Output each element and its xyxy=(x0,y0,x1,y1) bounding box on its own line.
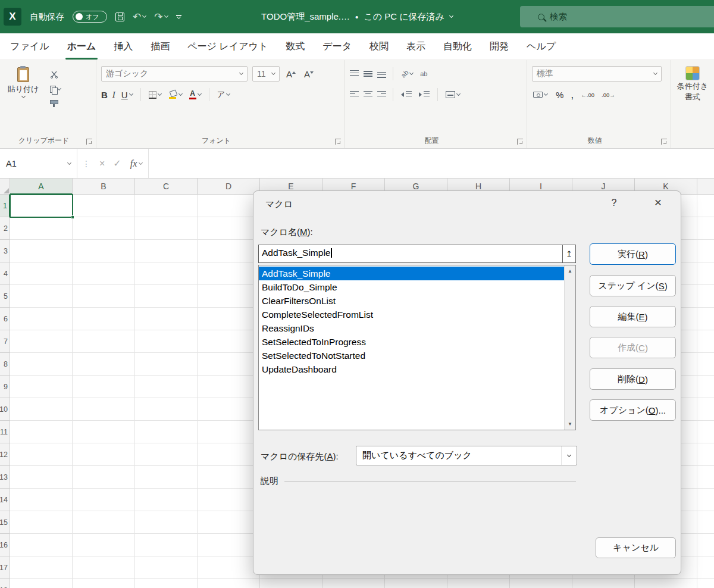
align-right-button[interactable] xyxy=(377,91,386,99)
copy-chevron-icon[interactable] xyxy=(57,86,61,90)
paste-chevron-icon[interactable] xyxy=(21,94,25,98)
tab-help[interactable]: ヘルプ xyxy=(518,33,565,60)
increase-decimal-button[interactable]: ←.00 xyxy=(581,92,594,98)
borders-chevron-icon[interactable] xyxy=(158,92,162,96)
active-cell-selection[interactable] xyxy=(10,194,73,218)
combo-chevron-button[interactable] xyxy=(561,446,577,465)
italic-button[interactable]: I xyxy=(112,90,115,100)
name-box[interactable]: A1 xyxy=(0,149,77,178)
fill-color-chevron-icon[interactable] xyxy=(178,92,183,96)
format-painter-button[interactable] xyxy=(49,99,62,109)
row-header-8[interactable]: 8 xyxy=(0,353,10,376)
tab-developer[interactable]: 開発 xyxy=(481,33,518,60)
row-header-16[interactable]: 16 xyxy=(0,534,10,556)
font-color-button[interactable]: A xyxy=(188,89,202,101)
dialog-help-button[interactable]: ? xyxy=(607,198,621,208)
wrap-text-button[interactable]: ab xyxy=(419,69,428,79)
column-header-c[interactable]: C xyxy=(135,179,198,195)
row-header-18[interactable]: 18 xyxy=(0,579,10,588)
orientation-chevron-icon[interactable] xyxy=(409,71,414,75)
run-button[interactable]: 実行(R) xyxy=(590,243,676,265)
name-box-chevron-icon[interactable] xyxy=(67,160,71,164)
scroll-down-icon[interactable]: ▼ xyxy=(565,418,575,430)
align-left-button[interactable] xyxy=(350,91,359,99)
select-all-corner[interactable] xyxy=(0,179,10,195)
macro-list-item[interactable]: ReassignIDs xyxy=(259,321,564,335)
tab-home[interactable]: ホーム xyxy=(58,33,105,60)
save-icon[interactable] xyxy=(115,12,124,21)
macro-list-item[interactable]: ClearFiltersOnList xyxy=(259,294,564,308)
enter-formula-button[interactable]: ✓ xyxy=(113,158,121,169)
scroll-to-top-button[interactable]: ↥ xyxy=(563,245,576,263)
tab-formulas[interactable]: 数式 xyxy=(277,33,314,60)
align-middle-button[interactable] xyxy=(364,70,372,78)
row-header-9[interactable]: 9 xyxy=(0,376,10,398)
merge-center-button[interactable] xyxy=(444,90,461,99)
undo-button[interactable]: ↶ xyxy=(133,12,146,22)
redo-button[interactable]: ↷ xyxy=(154,12,167,22)
tab-view[interactable]: 表示 xyxy=(397,33,434,60)
row-header-7[interactable]: 7 xyxy=(0,330,10,353)
macro-list-item[interactable]: SetSelectedToInProgress xyxy=(259,335,564,349)
tab-insert[interactable]: 挿入 xyxy=(105,33,142,60)
row-header-2[interactable]: 2 xyxy=(0,217,10,240)
underline-button[interactable]: U xyxy=(120,89,134,101)
formula-input[interactable] xyxy=(148,149,714,178)
tab-file[interactable]: ファイル xyxy=(1,33,58,60)
paste-button[interactable]: 貼り付け xyxy=(5,65,42,109)
number-dialog-launcher-icon[interactable] xyxy=(661,139,667,145)
row-header-10[interactable]: 10 xyxy=(0,398,10,421)
fill-color-button[interactable] xyxy=(167,89,183,100)
column-header-b[interactable]: B xyxy=(73,179,135,195)
borders-button[interactable] xyxy=(148,90,162,100)
row-header-12[interactable]: 12 xyxy=(0,443,10,466)
search-box[interactable]: 検索 xyxy=(520,6,714,27)
macro-list-item[interactable]: BuildToDo_Simple xyxy=(259,280,564,294)
phonetic-button[interactable]: ア xyxy=(216,88,231,101)
insert-function-button[interactable]: fx xyxy=(130,158,137,169)
row-header-14[interactable]: 14 xyxy=(0,489,10,511)
row-header-15[interactable]: 15 xyxy=(0,511,10,534)
conditional-formatting-button[interactable]: 条件付き 書式 xyxy=(676,65,709,102)
font-dialog-launcher-icon[interactable] xyxy=(335,139,341,145)
increase-font-button[interactable]: A xyxy=(284,69,298,79)
title-menu-chevron-icon[interactable] xyxy=(449,14,453,18)
tab-page-layout[interactable]: ページ レイアウト xyxy=(178,33,277,60)
row-header-11[interactable]: 11 xyxy=(0,421,10,443)
underline-chevron-icon[interactable] xyxy=(129,92,133,96)
macro-list-item[interactable]: CompleteSelectedFromList xyxy=(259,308,564,321)
font-name-combo[interactable]: 游ゴシック xyxy=(101,66,248,82)
clipboard-dialog-launcher-icon[interactable] xyxy=(86,139,92,145)
column-header-d[interactable]: D xyxy=(198,179,260,195)
percent-style-button[interactable]: % xyxy=(556,90,563,100)
align-top-button[interactable] xyxy=(350,70,359,78)
bold-button[interactable]: B xyxy=(101,90,108,100)
currency-format-button[interactable] xyxy=(532,90,549,99)
cancel-formula-button[interactable]: × xyxy=(99,158,105,169)
fill-handle[interactable] xyxy=(71,215,74,219)
row-header-13[interactable]: 13 xyxy=(0,466,10,489)
decrease-decimal-button[interactable]: .00→ xyxy=(602,92,615,98)
copy-button[interactable] xyxy=(49,85,62,94)
autosave-toggle[interactable]: オフ xyxy=(73,11,107,23)
tab-automate[interactable]: 自動化 xyxy=(434,33,481,60)
row-header-3[interactable]: 3 xyxy=(0,240,10,262)
phonetic-chevron-icon[interactable] xyxy=(226,92,230,96)
scroll-up-icon[interactable]: ▲ xyxy=(565,265,575,277)
macro-list-item[interactable]: AddTask_Simple xyxy=(259,267,564,280)
row-header-5[interactable]: 5 xyxy=(0,285,10,308)
cancel-button[interactable]: キャンセル xyxy=(596,537,676,558)
macro-name-input[interactable]: AddTask_Simple xyxy=(258,245,563,263)
edit-button[interactable]: 編集(E) xyxy=(590,306,676,327)
list-scrollbar[interactable]: ▲ ▼ xyxy=(564,265,575,430)
tab-draw[interactable]: 描画 xyxy=(142,33,178,60)
font-size-combo[interactable]: 11 xyxy=(252,66,280,82)
currency-chevron-icon[interactable] xyxy=(544,92,548,96)
delete-button[interactable]: 削除(D) xyxy=(590,368,676,390)
quick-access-customize-button[interactable] xyxy=(176,15,181,18)
orientation-button[interactable]: ab xyxy=(400,69,414,79)
step-into-button[interactable]: ステップ イン(S) xyxy=(590,275,676,296)
decrease-font-button[interactable]: A xyxy=(302,69,315,79)
comma-style-button[interactable]: , xyxy=(571,92,574,98)
drag-handle-icon[interactable]: ⋮ xyxy=(82,159,90,168)
